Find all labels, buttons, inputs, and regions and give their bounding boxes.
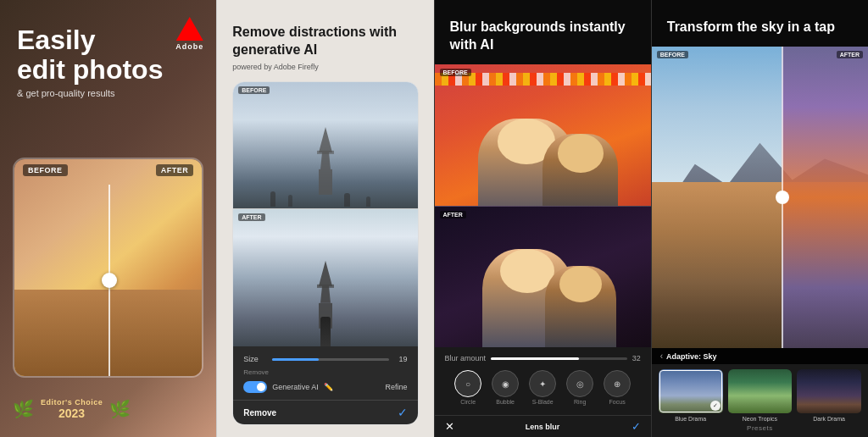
sky-presets: ✓ Blue Drama Neon Tropics Dark Drama Pre…	[652, 364, 868, 437]
panel-3-header: Blur backgrounds instantly with AI	[435, 0, 651, 64]
adobe-text: Adobe	[175, 42, 203, 51]
panel-4-header: Transform the sky in a tap	[652, 0, 868, 47]
preset-dark-drama[interactable]: Dark Drama	[797, 369, 861, 422]
panel-1-title-line1: Easily	[17, 25, 163, 55]
cancel-button[interactable]: ✕	[445, 420, 454, 433]
face-2	[558, 134, 604, 173]
generative-ai-toggle[interactable]	[243, 381, 267, 393]
divider-handle[interactable]	[102, 273, 117, 288]
preset-thumb-3	[797, 369, 861, 413]
carnival-photo: BEFORE AFTER	[435, 64, 651, 347]
circle-label: Circle	[460, 399, 476, 405]
focus-label: Focus	[609, 399, 626, 405]
panel-3: Blur backgrounds instantly with AI BEFOR…	[434, 0, 651, 437]
panel-1: Adobe Easily edit photos & get pro-quali…	[0, 0, 216, 437]
carnival-after-label: AFTER	[440, 211, 466, 218]
face-2-after	[559, 266, 603, 302]
eiffel-after-photo: AFTER	[233, 209, 417, 346]
remove-label: Remove	[243, 368, 269, 376]
preset-name-3: Dark Drama	[797, 416, 861, 422]
controls-area: Size 19 Remove Generative AI ✏️ Refine	[233, 346, 417, 400]
badge-year: 2023	[41, 407, 103, 420]
blur-amount-row: Blur amount 32	[445, 354, 641, 362]
panel-1-subtitle: & get pro-quality results	[17, 88, 163, 98]
person-silhouette	[344, 193, 350, 207]
blur-type-sblade[interactable]: ✦ S-Blade	[529, 370, 556, 405]
svg-rect-5	[317, 285, 334, 288]
bottom-buttons: Remove ✓	[233, 400, 417, 424]
confirm-button[interactable]: ✓	[398, 406, 408, 419]
panel-2: Remove distractions with generative AI p…	[216, 0, 433, 437]
sky-after-label: AFTER	[837, 51, 863, 58]
person-2-after	[545, 266, 616, 347]
blur-type-bubble[interactable]: ◉ Bubble	[492, 370, 519, 405]
carnival-before-label: BEFORE	[440, 69, 471, 76]
blur-value: 32	[632, 354, 641, 362]
size-slider-fill	[272, 358, 319, 361]
panel-1-text-block: Easily edit photos & get pro-quality res…	[17, 25, 163, 98]
eiffel-after-label: AFTER	[238, 213, 264, 221]
remove-row: Remove	[243, 368, 407, 376]
back-arrow-icon[interactable]: ‹	[660, 351, 663, 361]
sky-divider-handle[interactable]	[776, 191, 789, 204]
preset-blue-drama[interactable]: ✓ Blue Drama	[659, 369, 723, 422]
size-slider-row: Size 19	[243, 355, 407, 363]
man-figure	[320, 317, 331, 346]
generative-ai-label: Generative AI	[272, 383, 319, 391]
person-silhouette	[288, 195, 292, 207]
panel-4-title: Transform the sky in a tap	[667, 19, 853, 36]
adaptive-label: Adaptive: Sky	[666, 352, 717, 361]
blur-type-ring[interactable]: ◎ Ring	[566, 370, 593, 405]
size-slider-track[interactable]	[272, 358, 388, 361]
laurel-left-icon: 🌿	[13, 399, 34, 419]
blur-type-circle[interactable]: ○ Circle	[454, 370, 481, 405]
before-label: BEFORE	[23, 164, 68, 176]
adaptive-sky-bar: ‹ Adaptive: Sky	[652, 348, 868, 364]
adobe-icon	[176, 17, 203, 41]
preset-thumb-2	[728, 369, 793, 413]
presets-label: Presets	[747, 424, 773, 432]
eiffel-tower-icon	[309, 113, 342, 208]
divider-line	[108, 185, 110, 376]
circle-icon: ○	[454, 370, 481, 397]
preset-name-2: Neon Tropics	[728, 416, 793, 422]
sblade-icon: ✦	[529, 370, 556, 397]
before-after-bar: BEFORE AFTER	[14, 159, 202, 181]
before-after-frame: BEFORE AFTER	[13, 158, 203, 378]
adobe-logo: Adobe	[175, 17, 203, 51]
panel-4: Transform the sky in a tap BEFORE AFTER …	[651, 0, 868, 437]
blur-slider-fill	[491, 357, 579, 360]
focus-icon: ⊕	[604, 370, 631, 397]
presets-label-row: Presets	[659, 422, 861, 432]
blur-type-focus[interactable]: ⊕ Focus	[604, 370, 631, 405]
panel-4-content: Transform the sky in a tap BEFORE AFTER …	[652, 0, 868, 437]
generative-ai-row: Generative AI ✏️ Refine	[243, 381, 407, 393]
blur-slider-track[interactable]	[491, 357, 627, 360]
panel-3-title: Blur backgrounds instantly with AI	[450, 19, 636, 54]
sky-photo: BEFORE AFTER	[652, 47, 868, 348]
sky-before-label: BEFORE	[657, 51, 688, 58]
bubble-label: Bubble	[496, 399, 515, 405]
blur-amount-label: Blur amount	[445, 354, 487, 362]
remove-button[interactable]: Remove	[243, 408, 276, 418]
confirm-button[interactable]: ✓	[632, 420, 641, 433]
pencil-icon: ✏️	[324, 383, 333, 391]
badge-label: Editor's Choice	[41, 398, 103, 407]
presets-grid: ✓ Blue Drama Neon Tropics Dark Drama	[659, 369, 861, 422]
badge-text: Editor's Choice 2023	[41, 398, 103, 420]
ring-icon: ◎	[566, 370, 593, 397]
after-label: AFTER	[156, 164, 194, 176]
eiffel-before-label: BEFORE	[238, 86, 270, 94]
sblade-label: S-Blade	[532, 399, 554, 405]
preset-neon-tropics[interactable]: Neon Tropics	[728, 369, 793, 422]
panel-3-content: Blur backgrounds instantly with AI BEFOR…	[435, 0, 651, 437]
eiffel-before-photo: BEFORE	[233, 82, 417, 209]
toggle-circle	[257, 383, 265, 391]
svg-marker-3	[319, 261, 332, 303]
size-value: 19	[394, 355, 408, 363]
panel-2-title: Remove distractions with generative AI	[232, 24, 418, 59]
preset-thumb-1: ✓	[659, 369, 723, 413]
panel-1-title-line2: edit photos	[17, 55, 163, 85]
laurel-right-icon: 🌿	[109, 399, 131, 419]
ring-label: Ring	[574, 399, 586, 405]
